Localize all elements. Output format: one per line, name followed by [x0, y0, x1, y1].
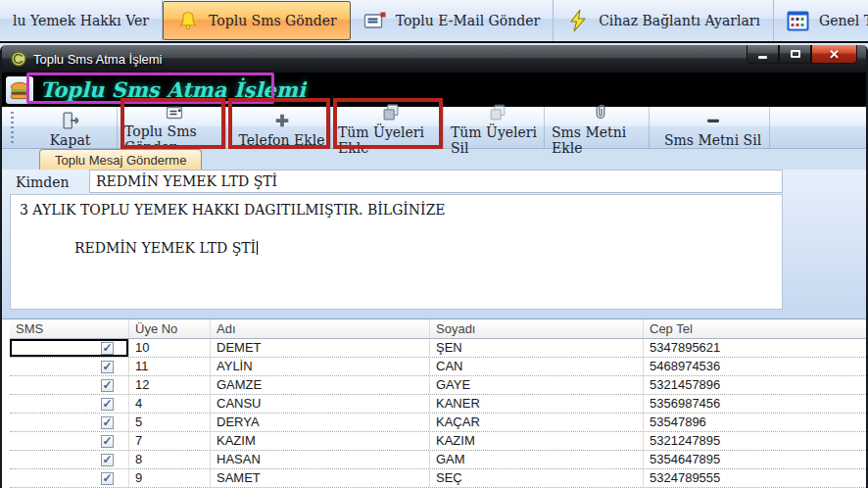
checkmark-icon: ✓	[102, 341, 112, 355]
sms-checkbox[interactable]: ✓	[101, 342, 114, 355]
cell-cep-tel[interactable]: 5356987456	[644, 395, 866, 413]
cell-sms[interactable]: ✓	[10, 414, 129, 431]
cell-sms[interactable]: ✓	[10, 358, 129, 375]
sms-checkbox[interactable]: ✓	[101, 472, 114, 485]
table-row[interactable]: ✓ 5 DERYA KAÇAR 53547896	[10, 414, 866, 432]
toolbar-grip-handle[interactable]	[11, 112, 14, 143]
cell-soyadi[interactable]: KAZIM	[430, 432, 644, 450]
cell-soyadi[interactable]: SEÇ	[430, 469, 644, 487]
sms-checkbox[interactable]: ✓	[101, 361, 114, 373]
minus-icon	[702, 110, 724, 131]
ribbon-item[interactable]: Toplu Sms Gönder	[163, 1, 351, 40]
table-row[interactable]: ✓ 9 SAMET SEÇ 5324789555	[10, 469, 866, 488]
toolbar-button[interactable]: Telefon Ekle	[233, 107, 331, 148]
kimden-label: Kimden	[16, 174, 69, 190]
cell-cep-tel[interactable]: 5321457896	[644, 376, 866, 394]
sms-checkbox[interactable]: ✓	[101, 379, 114, 392]
minimize-button[interactable]	[747, 45, 779, 64]
maximize-button[interactable]	[779, 45, 811, 64]
ribbon-item[interactable]: lu Yemek Hakkı Ver	[0, 0, 163, 41]
grid-icon	[787, 9, 810, 32]
toolbar-button[interactable]: Toplu Sms Gönder	[124, 107, 226, 148]
cell-adi[interactable]: GAMZE	[211, 376, 430, 394]
close-button[interactable]: ✕	[811, 45, 857, 64]
cell-sms[interactable]: ✓	[10, 469, 129, 487]
cell-sms[interactable]: ✓	[10, 395, 129, 413]
text-cursor	[257, 241, 258, 255]
column-header-adi[interactable]: Adı	[211, 319, 430, 338]
cell-uye-no[interactable]: 4	[129, 395, 211, 413]
cell-uye-no[interactable]: 11	[129, 358, 211, 375]
app-window-icon	[11, 51, 26, 67]
cell-adi[interactable]: HASAN	[211, 451, 430, 468]
toolbar-button[interactable]: Tüm Üyeleri Ekle	[338, 107, 444, 148]
message-line-1: 3 AYLIK TOPLU YEMEK HAKKI DAGITILMIŞTIR.…	[20, 202, 773, 218]
ribbon-item-label: Toplu E-Mail Gönder	[396, 13, 540, 28]
sms-message-textarea[interactable]: 3 AYLIK TOPLU YEMEK HAKKI DAGITILMIŞTIR.…	[10, 194, 783, 310]
sms-checkbox[interactable]: ✓	[101, 398, 114, 411]
table-row[interactable]: ✓ 10 DEMET ŞEN 5347895621	[10, 339, 866, 358]
checkmark-icon: ✓	[102, 471, 112, 485]
sms-checkbox[interactable]: ✓	[101, 416, 114, 429]
toolbar-button-label: Kapat	[50, 132, 91, 148]
cell-adi[interactable]: SAMET	[211, 469, 430, 487]
sms-checkbox[interactable]: ✓	[101, 454, 114, 466]
sms-checkbox[interactable]: ✓	[101, 435, 114, 448]
cell-cep-tel[interactable]: 53547896	[644, 414, 866, 431]
column-header-cep-tel[interactable]: Cep Tel	[644, 319, 866, 338]
banner-title: Toplu Sms Atma İşlemi	[40, 77, 306, 102]
cell-soyadi[interactable]: GAYE	[430, 376, 644, 394]
cell-sms[interactable]: ✓	[10, 451, 129, 468]
window-titlebar[interactable]: Toplu Sms Atma İşlemi ✕	[2, 45, 866, 73]
ribbon-item[interactable]: Genel Tanımlar	[774, 0, 868, 41]
cell-cep-tel[interactable]: 5324789555	[644, 469, 866, 487]
toolbar-button[interactable]: Sms Metni Sil	[656, 107, 770, 148]
cell-uye-no[interactable]: 9	[129, 469, 211, 487]
app-window: Toplu Sms Atma İşlemi ✕ Toplu Sms Atma İ…	[0, 45, 868, 488]
table-row[interactable]: ✓ 12 GAMZE GAYE 5321457896	[10, 376, 866, 395]
kimden-input[interactable]: REDMİN YEMEK LTD ŞTİ	[89, 170, 783, 193]
cell-cep-tel[interactable]: 5347895621	[644, 339, 866, 357]
cell-uye-no[interactable]: 7	[129, 432, 211, 450]
ribbon-item[interactable]: Toplu E-Mail Gönder	[351, 0, 554, 41]
cell-soyadi[interactable]: ŞEN	[430, 339, 644, 357]
cell-cep-tel[interactable]: 5468974536	[644, 358, 866, 375]
cell-adi[interactable]: AYLİN	[211, 358, 430, 375]
form-content: Kimden REDMİN YEMEK LTD ŞTİ 3 AYLIK TOPL…	[2, 170, 866, 488]
close-icon: ✕	[829, 48, 840, 61]
table-row[interactable]: ✓ 7 KAZIM KAZIM 5321247895	[10, 432, 866, 451]
cell-soyadi[interactable]: CAN	[430, 358, 644, 375]
toolbar-button[interactable]: Sms Metni Ekle	[552, 107, 650, 148]
table-row[interactable]: ✓ 11 AYLİN CAN 5468974536	[10, 358, 866, 376]
cell-cep-tel[interactable]: 5321247895	[644, 432, 866, 450]
cell-adi[interactable]: DERYA	[211, 414, 430, 431]
ribbon-item-label: lu Yemek Hakkı Ver	[13, 13, 149, 28]
cell-soyadi[interactable]: GAM	[430, 451, 644, 468]
cell-sms[interactable]: ✓	[10, 339, 129, 357]
table-row[interactable]: ✓ 8 HASAN GAM 5354647895	[10, 451, 866, 469]
cell-uye-no[interactable]: 12	[129, 376, 211, 394]
cell-cep-tel[interactable]: 5354647895	[644, 451, 866, 468]
cell-sms[interactable]: ✓	[10, 432, 129, 450]
toolbar-button[interactable]: Kapat	[24, 107, 118, 148]
cell-uye-no[interactable]: 5	[129, 414, 211, 431]
cell-adi[interactable]: KAZIM	[211, 432, 430, 450]
cell-sms[interactable]: ✓	[10, 376, 129, 394]
bell-icon	[176, 9, 200, 32]
column-header-uye-no[interactable]: Üye No	[129, 319, 211, 338]
column-header-sms[interactable]: SMS	[10, 319, 129, 338]
column-header-soyadi[interactable]: Soyadı	[430, 319, 644, 338]
cell-adi[interactable]: CANSU	[211, 395, 430, 413]
tab-toplu-mesaj-gonderme[interactable]: Toplu Mesaj Gönderme	[39, 149, 202, 170]
cell-soyadi[interactable]: KAÇAR	[430, 414, 644, 431]
table-row[interactable]: ✓ 4 CANSU KANER 5356987456	[10, 395, 866, 414]
lightning-icon	[566, 9, 590, 32]
ribbon-item[interactable]: Cihaz Bağlantı Ayarları	[554, 0, 774, 41]
toolbar-button[interactable]: Tüm Üyeleri Sil	[451, 107, 545, 148]
cell-soyadi[interactable]: KANER	[430, 395, 644, 413]
checkmark-icon: ✓	[102, 397, 112, 411]
form-banner: Toplu Sms Atma İşlemi	[2, 73, 866, 107]
cell-adi[interactable]: DEMET	[211, 339, 430, 357]
cell-uye-no[interactable]: 8	[129, 451, 211, 468]
cell-uye-no[interactable]: 10	[129, 339, 211, 357]
